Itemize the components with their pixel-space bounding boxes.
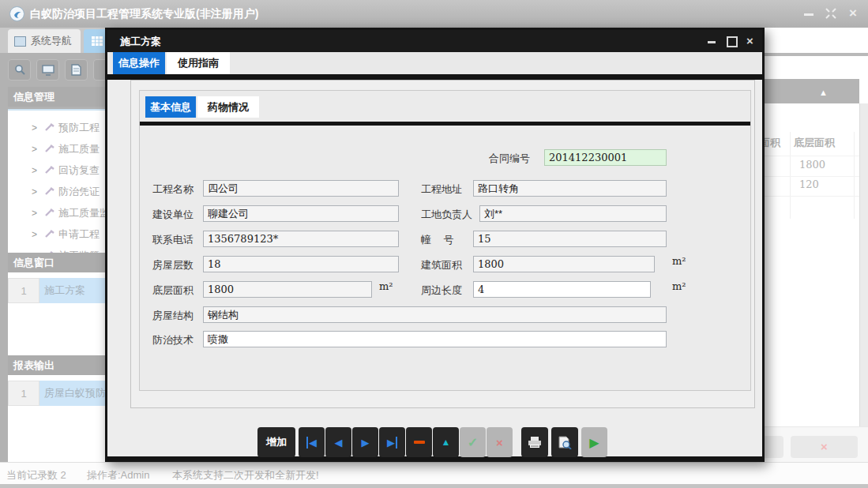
content-background: ▲ 面积 底层面积 1800 4 120 × [765,28,868,462]
structure-field[interactable] [203,306,667,323]
tool-icon [44,229,55,240]
structure-label: 房屋结构 [152,309,194,323]
print-preview-button[interactable] [551,427,578,457]
building-no-label: 幢 号 [421,233,459,247]
app-logo-icon [9,6,24,21]
divider [765,53,868,56]
dialog-titlebar: 施工方案 × [107,30,762,52]
triangle-up-icon: ▲ [442,437,451,448]
site-manager-field[interactable] [479,205,667,222]
report-output-list: 1 房屋白蚁预防 [8,375,111,462]
floors-field[interactable] [203,256,399,272]
ground-area-label: 底层面积 [152,283,194,298]
ground-area-field[interactable] [203,281,372,298]
table-cell: 120 [799,178,819,190]
previous-record-button[interactable]: ◀ [325,427,351,457]
close-icon[interactable]: × [846,6,860,21]
perimeter-field[interactable] [473,281,651,298]
edit-record-button[interactable]: ▲ [433,427,459,457]
build-area-unit: m² [672,255,686,267]
add-button[interactable]: 增加 [257,427,295,457]
table-cell: 1800 [799,159,825,171]
next-record-button[interactable]: ▶ [352,427,378,457]
tab-system-nav[interactable]: 系统导航 [8,29,81,53]
tool-icon [44,208,55,219]
confirm-button[interactable]: ✓ [460,427,486,457]
divider [107,74,762,80]
window-titlebar: 白蚁防治项目工程管理系统专业版(非注册用户) × [0,0,868,28]
basic-info-groupbox: 基本信息 药物情况 合同编号 工程名称 工程地址 建设单位 工地负责人 联系电话 [139,90,751,391]
play-icon: ▶ [589,435,599,450]
search-button[interactable] [8,59,31,81]
tool-icon [44,165,55,176]
build-area-label: 建筑面积 [421,258,462,272]
tree-item[interactable]: > 申请工程 [8,223,111,245]
window-bottom-edge [0,484,868,488]
x-icon: × [496,436,503,449]
minus-icon [414,441,425,444]
build-area-field[interactable] [473,256,655,272]
monitor-button[interactable] [36,59,59,81]
list-item-construction-plan[interactable]: 1 施工方案 [8,278,111,303]
restore-icon[interactable] [824,6,838,21]
hidden-button[interactable] [765,436,783,458]
divider [140,122,750,126]
minimize-icon[interactable] [802,6,816,21]
dialog-close-icon[interactable]: × [744,35,756,47]
tree-item[interactable]: > 防治凭证 [8,181,111,202]
sidebar-toolbar [0,56,111,86]
tree-item[interactable]: > 施工质量 [8,138,111,160]
app-window: 白蚁防治项目工程管理系统专业版(非注册用户) × 系统导航 [0,0,868,488]
sidebar-tabstrip: 系统导航 [0,28,111,53]
project-addr-field[interactable] [473,180,667,197]
phone-field[interactable] [203,231,399,247]
divider [790,132,791,219]
last-record-button[interactable]: ▶ [379,427,405,457]
dialog-minimize-icon[interactable] [706,35,718,47]
cancel-button[interactable]: × [791,436,858,458]
chevron-right-icon: > [32,165,41,176]
tab-user-guide[interactable]: 使用指南 [167,52,230,74]
check-icon: ✓ [468,435,478,450]
window-title: 白蚁防治项目工程管理系统专业版(非注册用户) [30,7,258,21]
delete-record-button[interactable] [406,427,432,457]
vertical-scrollbar[interactable] [859,103,868,462]
tab-basic-info[interactable]: 基本信息 [145,96,196,118]
builder-field[interactable] [203,205,399,222]
tree-item[interactable]: > 预防工程 [8,117,111,138]
tab-info-operation[interactable]: 信息操作 [113,52,165,74]
building-no-field[interactable] [473,231,667,247]
dialog-tabstrip: 信息操作 使用指南 [107,52,762,74]
section-info-management: 信息管理 [8,87,111,107]
preview-icon [558,436,572,449]
collapse-icon[interactable]: ▲ [819,88,828,97]
cancel-edit-button[interactable]: × [487,427,513,457]
print-button[interactable] [521,427,548,457]
run-button[interactable]: ▶ [581,427,607,457]
dialog-maximize-icon[interactable] [725,35,737,47]
search-icon [13,64,26,77]
tree-item[interactable]: > 施工质量监 [8,202,111,223]
divider [765,176,859,177]
tool-icon [44,144,55,155]
panel-header: ▲ [765,79,859,103]
previous-icon: ◀ [335,437,343,449]
technique-label: 防治技术 [152,333,194,347]
tool-icon [44,186,55,197]
last-icon: ▶ [387,437,397,449]
project-name-field[interactable] [203,180,399,197]
chevron-right-icon: > [32,144,41,155]
dialog-content: 基本信息 药物情况 合同编号 工程名称 工程地址 建设单位 工地负责人 联系电话 [107,80,762,456]
status-record-count: 当前记录数 2 [6,468,66,482]
builder-label: 建设单位 [152,208,194,222]
tab-chemical-info[interactable]: 药物情况 [197,96,259,118]
list-item-termite-report[interactable]: 1 房屋白蚁预防 [8,381,111,406]
project-addr-label: 工程地址 [421,182,462,197]
technique-field[interactable] [203,331,667,347]
printer-icon [528,436,542,449]
first-record-button[interactable]: ◀ [299,427,325,457]
nav-tab-icon [14,36,26,47]
document-button[interactable] [65,59,88,81]
contract-no-field[interactable] [544,149,667,166]
tree-item[interactable]: > 回访复查 [8,160,111,181]
